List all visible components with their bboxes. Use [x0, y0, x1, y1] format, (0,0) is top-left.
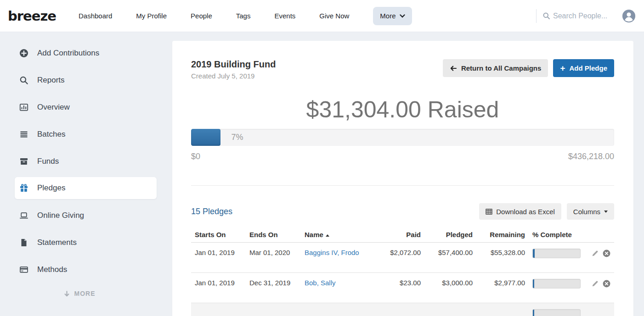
pledges-toolbar: 15 Pledges Download as Excel Columns: [191, 203, 614, 220]
sidebar-item-label: Add Contributions: [37, 49, 99, 58]
person-link[interactable]: Bob, Sally: [305, 279, 336, 287]
cell-paid: $2,072.00: [363, 243, 424, 273]
sidebar-item-reports[interactable]: Reports: [0, 67, 172, 94]
cell-ends-on: Mar 01, 2020: [246, 243, 301, 273]
delete-x-circle-icon[interactable]: [603, 249, 610, 257]
sidebar-item-label: Statements: [37, 238, 77, 247]
sidebar-item-statements[interactable]: Statements: [0, 229, 172, 256]
cell-starts-on: Jan 01, 2019: [191, 243, 246, 273]
app-logo[interactable]: breeze: [8, 8, 56, 24]
column-header-percent-complete[interactable]: % Complete: [529, 227, 585, 243]
return-to-campaigns-button[interactable]: Return to All Campaigns: [443, 59, 548, 77]
column-header-ends-on[interactable]: Ends On: [246, 227, 301, 243]
main-nav: Dashboard My Profile People Tags Events …: [79, 7, 412, 25]
delete-x-circle-icon[interactable]: [603, 280, 610, 288]
credit-card-icon: [19, 265, 28, 274]
avatar[interactable]: [622, 9, 636, 23]
sidebar-more-button[interactable]: MORE: [0, 290, 158, 297]
campaign-progress-percent: 7%: [231, 133, 243, 142]
campaign-created-date: Created July 5, 2019: [191, 72, 276, 80]
pledge-progress-bar: [532, 309, 581, 316]
pledge-progress-bar: [532, 249, 581, 258]
column-header-name[interactable]: Name: [301, 227, 363, 243]
cell-pledged: $3,000.00: [424, 273, 476, 303]
sidebar-item-label: Pledges: [37, 183, 65, 193]
column-header-paid[interactable]: Paid: [363, 227, 424, 243]
sidebar-item-label: Reports: [37, 76, 65, 85]
sidebar-item-overview[interactable]: Overview: [0, 94, 172, 121]
download-button-label: Download as Excel: [496, 208, 555, 216]
nav-more-button[interactable]: More: [373, 7, 412, 25]
progress-range-row: $0 $436,218.00: [191, 152, 614, 161]
cell-remaining: $2,977.00: [476, 273, 529, 303]
campaign-progress-bar: 7%: [191, 129, 614, 146]
arrow-down-icon: [63, 290, 70, 297]
cell-pledged: $57,400.00: [424, 243, 476, 273]
person-link[interactable]: Baggins IV, Frodo: [305, 249, 359, 256]
download-as-excel-button[interactable]: Download as Excel: [479, 203, 561, 220]
nav-item-my-profile[interactable]: My Profile: [136, 12, 167, 20]
table-header-row: Starts On Ends On Name Paid Pledged Rema…: [191, 227, 614, 243]
sidebar-item-add-contributions[interactable]: Add Contributions: [0, 39, 172, 67]
range-max-label: $436,218.00: [568, 152, 614, 161]
table-row: Jan 01, 2019 Mar 01, 2020 Baggins IV, Fr…: [191, 243, 614, 273]
campaign-title-block: 2019 Building Fund Created July 5, 2019: [191, 59, 276, 80]
cell-starts-on: Jan 01, 2019: [191, 273, 246, 303]
sidebar-item-methods[interactable]: Methods: [0, 256, 172, 283]
raised-headline: $31,304.00 Raised: [191, 96, 614, 123]
sidebar-item-online-giving[interactable]: Online Giving: [0, 202, 172, 229]
pledges-table-body: Jan 01, 2019 Mar 01, 2020 Baggins IV, Fr…: [191, 243, 614, 316]
chevron-down-icon: [400, 14, 405, 18]
document-icon: [19, 238, 28, 247]
sidebar-more-label: MORE: [74, 290, 96, 297]
caret-down-icon: [604, 211, 608, 213]
add-pledge-label: Add Pledge: [569, 64, 607, 72]
cell-name: Bob, Sally: [301, 273, 363, 303]
nav-item-tags[interactable]: Tags: [236, 12, 251, 20]
cell-actions: [585, 273, 614, 303]
search-box[interactable]: [542, 12, 616, 20]
sidebar: Add Contributions Reports Overview Batch…: [0, 32, 172, 316]
nav-item-events[interactable]: Events: [274, 12, 295, 20]
campaign-panel: 2019 Building Fund Created July 5, 2019 …: [172, 41, 633, 316]
nav-item-give-now[interactable]: Give Now: [319, 12, 349, 20]
cell-ends-on: Dec 31, 2019: [246, 273, 301, 303]
sidebar-item-funds[interactable]: Funds: [0, 148, 172, 175]
sidebar-item-pledges[interactable]: Pledges: [15, 177, 157, 199]
top-nav: breeze Dashboard My Profile People Tags …: [0, 0, 644, 32]
cell-name: Baggins IV, Frodo: [301, 243, 363, 273]
add-pledge-button[interactable]: + Add Pledge: [553, 59, 614, 77]
pledges-count: 15 Pledges: [191, 207, 232, 216]
return-button-label: Return to All Campaigns: [461, 64, 541, 72]
campaign-actions: Return to All Campaigns + Add Pledge: [443, 59, 614, 77]
sidebar-item-label: Batches: [37, 130, 65, 139]
pledges-toolbar-buttons: Download as Excel Columns: [479, 203, 614, 220]
cell-paid: $23.00: [363, 273, 424, 303]
plus-circle-icon: [19, 49, 28, 58]
search-input[interactable]: [553, 12, 616, 20]
plus-icon: +: [560, 64, 565, 72]
bar-chart-icon: [19, 103, 28, 112]
nav-more-label: More: [380, 12, 395, 20]
sort-asc-icon: [326, 234, 329, 237]
nav-divider: [536, 9, 537, 23]
column-header-pledged[interactable]: Pledged: [424, 227, 476, 243]
arrow-left-icon: [450, 65, 457, 72]
section-divider: [191, 185, 614, 186]
edit-pencil-icon[interactable]: [592, 250, 599, 257]
column-header-remaining[interactable]: Remaining: [476, 227, 529, 243]
table-row: Jan 01, 2019 Dec 31, 2019 Bob, Sally $23…: [191, 273, 614, 303]
column-header-starts-on[interactable]: Starts On: [191, 227, 246, 243]
nav-item-dashboard[interactable]: Dashboard: [79, 12, 112, 20]
edit-pencil-icon[interactable]: [592, 280, 599, 287]
nav-item-people[interactable]: People: [191, 12, 212, 20]
sidebar-item-batches[interactable]: Batches: [0, 121, 172, 148]
cell-percent-complete: [529, 243, 585, 273]
campaign-header: 2019 Building Fund Created July 5, 2019 …: [191, 41, 614, 80]
gift-icon: [19, 183, 28, 193]
list-icon: [19, 130, 28, 139]
columns-button-label: Columns: [573, 208, 600, 216]
columns-dropdown-button[interactable]: Columns: [567, 203, 614, 220]
table-row-partial: [191, 303, 614, 316]
nav-right: [536, 9, 636, 23]
